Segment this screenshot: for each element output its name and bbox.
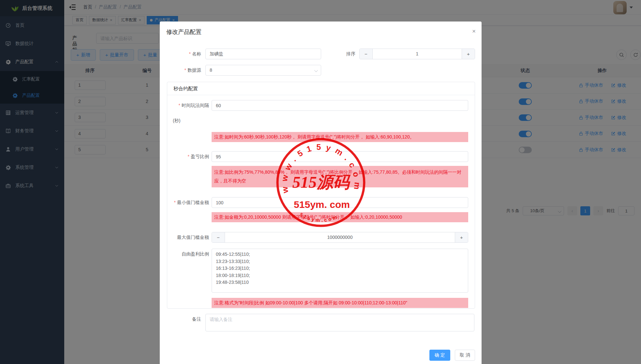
min-threshold-input[interactable] — [212, 197, 468, 208]
datasource-label: 数据源 — [166, 67, 201, 73]
max-threshold-value[interactable]: 1000000000 — [225, 232, 455, 242]
ratio-warning: 注意:如比例为:75%,77%,80%,85%， 则请用字母逗号(",")将比例… — [212, 166, 468, 187]
ratio-label: 盈亏比例 — [170, 154, 212, 160]
max-threshold-label: 最大值门槛金额 — [170, 235, 212, 240]
chevron-down-icon — [314, 68, 318, 72]
datasource-select[interactable]: 8 — [205, 65, 321, 76]
min-threshold-warning: 注意:如金额为:0,20,10000,50000 则请用字母逗号(",")将时间… — [212, 212, 468, 222]
max-threshold-stepper: − 1000000000 + — [212, 232, 468, 243]
free-profit-textarea[interactable]: 09:45-12:55|110; 13:23-13:33|110; 16:13-… — [212, 249, 468, 293]
second-contract-card: 秒合约配置 时间玩法间隔(秒) 注意:如时间为:60秒,90秒,100秒,120… — [167, 82, 475, 309]
modal-body: 名称 排序 − 1 + 数据源 8 秒合约配置 — [160, 49, 482, 361]
page: 后台管理系统 首页 数据统计 产品配置 — [0, 0, 641, 364]
interval-label: 时间玩法间隔(秒) — [170, 100, 212, 126]
decrement-button[interactable]: − — [212, 232, 225, 242]
modal-footer: 确 定 取 消 — [166, 350, 475, 361]
modal-header: 修改产品配置 × — [160, 22, 482, 36]
card-title: 秒合约配置 — [167, 82, 475, 95]
cancel-button[interactable]: 取 消 — [455, 350, 475, 361]
remark-textarea[interactable] — [205, 314, 474, 331]
remark-label: 备注 — [166, 314, 201, 325]
confirm-button[interactable]: 确 定 — [429, 350, 450, 361]
free-profit-label: 自由盈利比例 — [170, 249, 212, 259]
interval-warning: 注意:如时间为:60秒,90秒,100秒,120秒， 则请用字母逗号(",")将… — [212, 132, 468, 142]
close-icon[interactable]: × — [472, 28, 476, 34]
ratio-input[interactable] — [212, 151, 468, 162]
edit-product-modal: 修改产品配置 × 名称 排序 − 1 + 数据源 8 — [160, 22, 482, 364]
free-profit-warning: 注意:格式为"时间段|比例 如09:00-10:00|100 多个请用;隔开如 … — [212, 298, 468, 308]
increment-button[interactable]: + — [462, 49, 475, 59]
sort-stepper: − 1 + — [359, 49, 475, 59]
decrement-button[interactable]: − — [360, 49, 373, 59]
name-input[interactable] — [205, 49, 321, 59]
sort-value[interactable]: 1 — [373, 49, 462, 59]
increment-button[interactable]: + — [455, 232, 468, 242]
sort-label: 排序 — [346, 51, 355, 57]
min-threshold-label: 最小值门槛金额 — [170, 200, 212, 206]
modal-title: 修改产品配置 — [166, 29, 201, 35]
interval-input[interactable] — [212, 100, 468, 111]
interval-unit-label: (秒) — [170, 115, 209, 126]
name-label: 名称 — [166, 51, 201, 57]
